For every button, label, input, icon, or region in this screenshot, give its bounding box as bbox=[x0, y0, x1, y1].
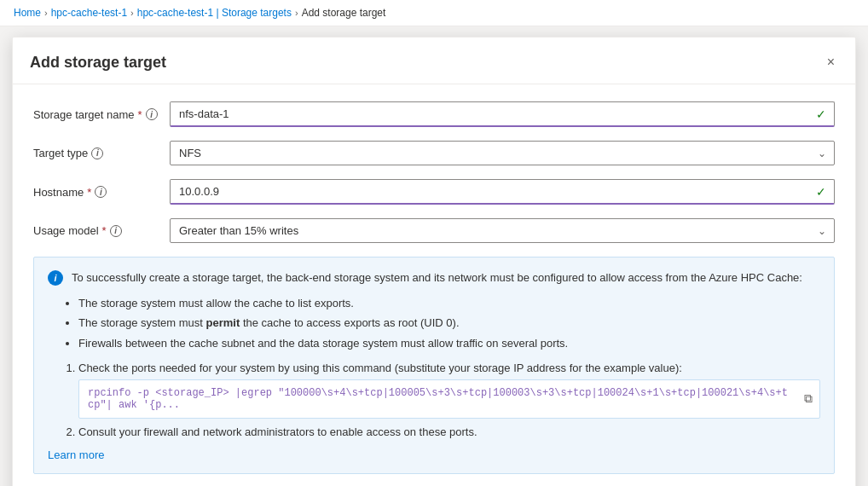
hostname-info-icon[interactable]: i bbox=[95, 186, 107, 198]
usage-model-required-indicator: * bbox=[102, 224, 107, 237]
usage-model-info-icon[interactable]: i bbox=[110, 225, 122, 237]
valid-check-icon: ✓ bbox=[816, 107, 826, 121]
usage-model-select-wrap: Greater than 15% writes Read heavy, infr… bbox=[170, 218, 835, 243]
info-bullet-1: The storage system must allow the cache … bbox=[78, 295, 820, 312]
usage-model-row: Usage model * i Greater than 15% writes … bbox=[33, 218, 835, 243]
command-text: rpcinfo -p <storage_IP> |egrep "100000\s… bbox=[88, 387, 788, 411]
hostname-label: Hostname * i bbox=[33, 186, 170, 199]
usage-model-label: Usage model * i bbox=[33, 224, 170, 237]
target-type-row: Target type i NFS Blob NFS ADLS NFS ⌄ bbox=[33, 141, 835, 165]
target-type-select[interactable]: NFS Blob NFS ADLS NFS bbox=[170, 141, 835, 165]
info-box-icon: i bbox=[48, 270, 63, 286]
target-type-select-wrap: NFS Blob NFS ADLS NFS ⌄ bbox=[170, 141, 835, 165]
storage-target-name-input[interactable] bbox=[170, 101, 835, 127]
breadcrumb: Home › hpc-cache-test-1 › hpc-cache-test… bbox=[0, 0, 868, 26]
command-box: rpcinfo -p <storage_IP> |egrep "100000\s… bbox=[78, 379, 820, 419]
hostname-row: Hostname * i ✓ bbox=[33, 179, 835, 205]
info-box-intro: To successfully create a storage target,… bbox=[72, 269, 802, 286]
info-box: i To successfully create a storage targe… bbox=[33, 257, 835, 474]
info-bullet-2: The storage system must permit the cache… bbox=[78, 315, 820, 332]
info-step-1: Check the ports needed for your system b… bbox=[78, 362, 820, 419]
info-bullet-3: Firewalls between the cache subnet and t… bbox=[78, 335, 820, 352]
storage-target-name-input-wrap: ✓ bbox=[170, 101, 835, 127]
breadcrumb-storage-targets[interactable]: hpc-cache-test-1 | Storage targets bbox=[137, 7, 292, 19]
dialog-header: Add storage target × bbox=[13, 38, 855, 84]
info-box-bullets: The storage system must allow the cache … bbox=[78, 295, 820, 352]
dialog-body: Storage target name * i ✓ Target type i bbox=[13, 84, 855, 486]
copy-icon[interactable]: ⧉ bbox=[804, 392, 813, 406]
add-storage-target-dialog: Add storage target × Storage target name… bbox=[12, 37, 856, 486]
breadcrumb-current: Add storage target bbox=[302, 7, 386, 19]
hostname-input-wrap: ✓ bbox=[170, 179, 835, 205]
required-indicator: * bbox=[138, 108, 142, 121]
dialog-title: Add storage target bbox=[30, 54, 166, 72]
storage-target-name-info-icon[interactable]: i bbox=[146, 108, 158, 120]
target-type-label: Target type i bbox=[33, 147, 170, 159]
hostname-valid-check-icon: ✓ bbox=[816, 185, 826, 199]
info-step-2: Consult your firewall and network admini… bbox=[78, 425, 820, 438]
close-button[interactable]: × bbox=[824, 51, 838, 73]
learn-more-link[interactable]: Learn more bbox=[48, 448, 104, 461]
breadcrumb-cache[interactable]: hpc-cache-test-1 bbox=[51, 7, 127, 19]
hostname-input[interactable] bbox=[170, 179, 835, 205]
storage-target-name-row: Storage target name * i ✓ bbox=[33, 101, 835, 127]
info-box-steps: Check the ports needed for your system b… bbox=[78, 362, 820, 438]
storage-target-name-label: Storage target name * i bbox=[33, 108, 170, 121]
hostname-required-indicator: * bbox=[87, 186, 91, 199]
usage-model-select[interactable]: Greater than 15% writes Read heavy, infr… bbox=[170, 218, 835, 243]
breadcrumb-home[interactable]: Home bbox=[14, 7, 41, 19]
target-type-info-icon[interactable]: i bbox=[91, 148, 103, 159]
